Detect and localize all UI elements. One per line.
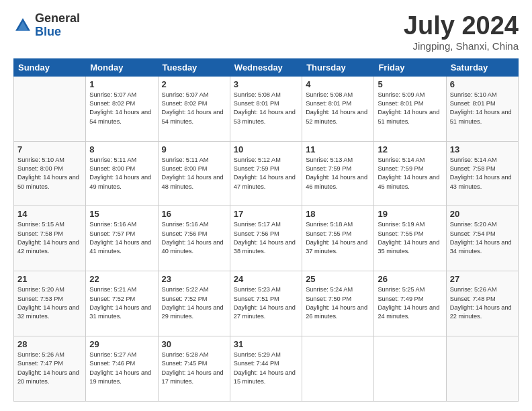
logo: General Blue — [13, 12, 80, 39]
day-number: 24 — [234, 274, 298, 284]
day-number: 1 — [89, 79, 154, 89]
day-number: 30 — [162, 339, 226, 349]
calendar-cell: 29Sunrise: 5:27 AM Sunset: 7:46 PM Dayli… — [86, 336, 158, 402]
day-info: Sunrise: 5:14 AM Sunset: 7:59 PM Dayligh… — [378, 156, 442, 191]
calendar-cell: 14Sunrise: 5:15 AM Sunset: 7:58 PM Dayli… — [14, 206, 86, 271]
logo-text: General Blue — [35, 12, 80, 39]
day-info: Sunrise: 5:08 AM Sunset: 8:01 PM Dayligh… — [306, 91, 370, 126]
day-number: 12 — [378, 144, 442, 154]
day-info: Sunrise: 5:25 AM Sunset: 7:49 PM Dayligh… — [378, 285, 442, 321]
calendar-cell — [302, 336, 374, 402]
calendar-cell: 19Sunrise: 5:19 AM Sunset: 7:55 PM Dayli… — [374, 206, 446, 271]
page: General Blue July 2024 Jingping, Shanxi,… — [0, 0, 532, 411]
day-info: Sunrise: 5:14 AM Sunset: 7:58 PM Dayligh… — [450, 156, 515, 191]
day-number: 2 — [162, 79, 226, 89]
calendar-cell: 2Sunrise: 5:07 AM Sunset: 8:02 PM Daylig… — [158, 76, 230, 141]
calendar-week-row: 28Sunrise: 5:26 AM Sunset: 7:47 PM Dayli… — [14, 336, 519, 402]
day-number: 8 — [89, 144, 154, 154]
title-month: July 2024 — [404, 12, 519, 40]
day-number: 23 — [162, 274, 226, 284]
day-number: 11 — [306, 144, 370, 154]
day-info: Sunrise: 5:12 AM Sunset: 7:59 PM Dayligh… — [234, 156, 298, 191]
calendar-cell — [14, 76, 86, 141]
day-number: 7 — [17, 144, 82, 154]
day-info: Sunrise: 5:15 AM Sunset: 7:58 PM Dayligh… — [17, 220, 82, 256]
day-number: 31 — [234, 339, 298, 349]
day-info: Sunrise: 5:10 AM Sunset: 8:01 PM Dayligh… — [450, 91, 515, 126]
day-number: 17 — [234, 209, 298, 219]
day-number: 14 — [17, 209, 82, 219]
day-number: 26 — [378, 274, 442, 284]
day-info: Sunrise: 5:11 AM Sunset: 8:00 PM Dayligh… — [162, 156, 226, 191]
calendar-cell: 6Sunrise: 5:10 AM Sunset: 8:01 PM Daylig… — [446, 76, 518, 141]
day-number: 19 — [378, 209, 442, 219]
calendar-cell: 31Sunrise: 5:29 AM Sunset: 7:44 PM Dayli… — [230, 336, 302, 402]
calendar-cell: 13Sunrise: 5:14 AM Sunset: 7:58 PM Dayli… — [446, 141, 518, 206]
logo-icon — [13, 16, 32, 35]
day-info: Sunrise: 5:08 AM Sunset: 8:01 PM Dayligh… — [234, 91, 298, 126]
calendar-cell: 16Sunrise: 5:16 AM Sunset: 7:56 PM Dayli… — [158, 206, 230, 271]
day-number: 25 — [306, 274, 370, 284]
day-number: 15 — [89, 209, 154, 219]
title-location: Jingping, Shanxi, China — [404, 40, 519, 52]
calendar-header-saturday: Saturday — [446, 58, 518, 76]
day-number: 5 — [378, 79, 442, 89]
day-info: Sunrise: 5:26 AM Sunset: 7:47 PM Dayligh… — [17, 351, 82, 386]
calendar-week-row: 7Sunrise: 5:10 AM Sunset: 8:00 PM Daylig… — [14, 141, 519, 206]
calendar-cell: 21Sunrise: 5:20 AM Sunset: 7:53 PM Dayli… — [14, 271, 86, 336]
calendar-cell — [374, 336, 446, 402]
day-info: Sunrise: 5:10 AM Sunset: 8:00 PM Dayligh… — [17, 156, 82, 191]
day-info: Sunrise: 5:27 AM Sunset: 7:46 PM Dayligh… — [89, 351, 154, 386]
calendar-header-monday: Monday — [86, 58, 158, 76]
calendar-header-sunday: Sunday — [14, 58, 86, 76]
day-info: Sunrise: 5:07 AM Sunset: 8:02 PM Dayligh… — [89, 91, 154, 126]
calendar-cell: 30Sunrise: 5:28 AM Sunset: 7:45 PM Dayli… — [158, 336, 230, 402]
calendar-cell: 7Sunrise: 5:10 AM Sunset: 8:00 PM Daylig… — [14, 141, 86, 206]
day-info: Sunrise: 5:26 AM Sunset: 7:48 PM Dayligh… — [450, 285, 515, 321]
header: General Blue July 2024 Jingping, Shanxi,… — [13, 12, 519, 52]
calendar-cell: 12Sunrise: 5:14 AM Sunset: 7:59 PM Dayli… — [374, 141, 446, 206]
calendar-cell: 3Sunrise: 5:08 AM Sunset: 8:01 PM Daylig… — [230, 76, 302, 141]
calendar-week-row: 21Sunrise: 5:20 AM Sunset: 7:53 PM Dayli… — [14, 271, 519, 336]
calendar-cell: 4Sunrise: 5:08 AM Sunset: 8:01 PM Daylig… — [302, 76, 374, 141]
calendar-cell: 23Sunrise: 5:22 AM Sunset: 7:52 PM Dayli… — [158, 271, 230, 336]
calendar-cell: 27Sunrise: 5:26 AM Sunset: 7:48 PM Dayli… — [446, 271, 518, 336]
calendar-cell: 18Sunrise: 5:18 AM Sunset: 7:55 PM Dayli… — [302, 206, 374, 271]
day-info: Sunrise: 5:20 AM Sunset: 7:53 PM Dayligh… — [17, 285, 82, 321]
day-info: Sunrise: 5:09 AM Sunset: 8:01 PM Dayligh… — [378, 91, 442, 126]
day-info: Sunrise: 5:23 AM Sunset: 7:51 PM Dayligh… — [234, 285, 298, 321]
day-number: 10 — [234, 144, 298, 154]
day-number: 9 — [162, 144, 226, 154]
day-info: Sunrise: 5:16 AM Sunset: 7:57 PM Dayligh… — [89, 220, 154, 256]
day-number: 20 — [450, 209, 515, 219]
logo-blue: Blue — [35, 26, 80, 39]
day-number: 21 — [17, 274, 82, 284]
day-number: 22 — [89, 274, 154, 284]
day-info: Sunrise: 5:18 AM Sunset: 7:55 PM Dayligh… — [306, 220, 370, 256]
calendar-cell: 1Sunrise: 5:07 AM Sunset: 8:02 PM Daylig… — [86, 76, 158, 141]
calendar-cell: 17Sunrise: 5:17 AM Sunset: 7:56 PM Dayli… — [230, 206, 302, 271]
day-number: 27 — [450, 274, 515, 284]
calendar-header-thursday: Thursday — [302, 58, 374, 76]
day-info: Sunrise: 5:16 AM Sunset: 7:56 PM Dayligh… — [162, 220, 226, 256]
calendar-cell: 24Sunrise: 5:23 AM Sunset: 7:51 PM Dayli… — [230, 271, 302, 336]
calendar-header-wednesday: Wednesday — [230, 58, 302, 76]
calendar-header-row: SundayMondayTuesdayWednesdayThursdayFrid… — [14, 58, 519, 76]
calendar-cell: 20Sunrise: 5:20 AM Sunset: 7:54 PM Dayli… — [446, 206, 518, 271]
calendar-cell: 22Sunrise: 5:21 AM Sunset: 7:52 PM Dayli… — [86, 271, 158, 336]
title-block: July 2024 Jingping, Shanxi, China — [404, 12, 519, 52]
day-number: 16 — [162, 209, 226, 219]
day-info: Sunrise: 5:17 AM Sunset: 7:56 PM Dayligh… — [234, 220, 298, 256]
calendar-cell: 11Sunrise: 5:13 AM Sunset: 7:59 PM Dayli… — [302, 141, 374, 206]
day-info: Sunrise: 5:22 AM Sunset: 7:52 PM Dayligh… — [162, 285, 226, 321]
day-number: 28 — [17, 339, 82, 349]
calendar-cell: 25Sunrise: 5:24 AM Sunset: 7:50 PM Dayli… — [302, 271, 374, 336]
day-number: 13 — [450, 144, 515, 154]
day-info: Sunrise: 5:19 AM Sunset: 7:55 PM Dayligh… — [378, 220, 442, 256]
day-number: 29 — [89, 339, 154, 349]
calendar-cell: 28Sunrise: 5:26 AM Sunset: 7:47 PM Dayli… — [14, 336, 86, 402]
day-info: Sunrise: 5:24 AM Sunset: 7:50 PM Dayligh… — [306, 285, 370, 321]
day-info: Sunrise: 5:13 AM Sunset: 7:59 PM Dayligh… — [306, 156, 370, 191]
day-info: Sunrise: 5:07 AM Sunset: 8:02 PM Dayligh… — [162, 91, 226, 126]
calendar-cell: 26Sunrise: 5:25 AM Sunset: 7:49 PM Dayli… — [374, 271, 446, 336]
